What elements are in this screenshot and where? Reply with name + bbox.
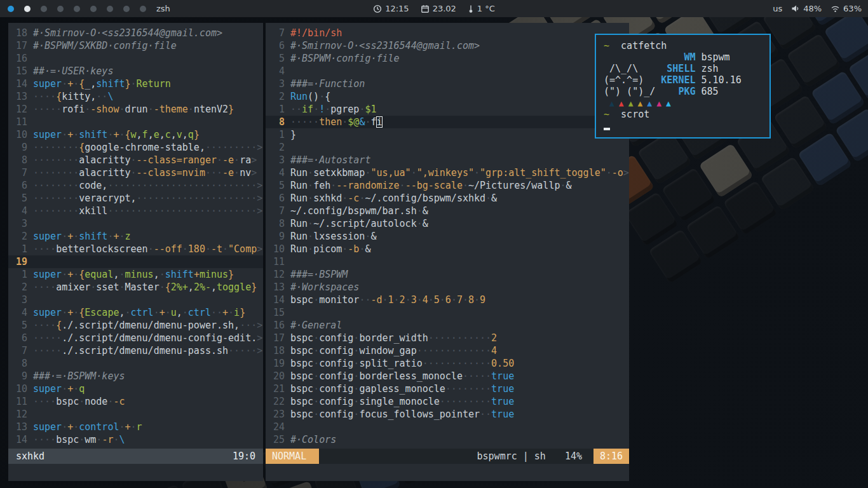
cat-ascii-art: /\_/\ (604, 63, 661, 74)
line-text: ········xkill··························> (33, 205, 262, 217)
editor-line: 23bspc·config·focus_follows_pointer··tru… (266, 408, 629, 421)
line-number: 7 (8, 166, 33, 179)
line-number: 1 (8, 243, 33, 255)
editor-line: 9###·=·BSPWM·keys (8, 370, 263, 383)
line-text: ····amixer·sset·Master·{2%+,2%-,toggle} (33, 281, 257, 294)
flag-triangle: ▲ (619, 98, 624, 108)
editor-line: 16#·General (266, 319, 629, 332)
line-number: 5 (8, 192, 33, 205)
editor-line: 11····bspc·node·-c (8, 395, 263, 408)
flag-triangle: ▲ (638, 98, 643, 108)
terminal-prompt-line: ~ catfetch (604, 40, 762, 51)
line-number: 14 (266, 294, 290, 306)
line-text: Run·lxsession·& (290, 230, 376, 243)
clock-icon (373, 4, 382, 13)
line-number: 11 (266, 255, 290, 268)
line-text: super·+·{Escape,·ctrl·+·u,·ctrl··+·i} (33, 306, 245, 319)
line-number: 9 (8, 370, 33, 383)
line-number: 3 (8, 217, 33, 230)
vim-mode-segment: NORMAL (266, 449, 319, 464)
right-editor-text-area[interactable]: 7#!/bin/sh6#·Smirnov-O·<ss2316544@gmail.… (266, 23, 629, 449)
line-number: 6 (266, 39, 290, 52)
line-number: 2 (8, 230, 33, 243)
flag-triangle: ▲ (628, 98, 634, 108)
line-number: 8 (8, 154, 33, 166)
workspace-dot-empty[interactable] (57, 6, 64, 12)
line-number: 13 (266, 281, 290, 294)
line-number: 10 (8, 128, 33, 141)
editor-line: 10super·+·q (8, 383, 263, 395)
workspace-dot-empty[interactable] (74, 6, 80, 12)
editor-line: 3###=·Function (266, 78, 629, 90)
line-number: 5 (266, 179, 290, 192)
line-text: super·+·{_,shift}·Return (33, 78, 171, 90)
workspace-dot-empty[interactable] (107, 6, 113, 12)
line-number: 4 (8, 205, 33, 217)
line-text: ###·=·BSPWM·keys (33, 370, 125, 383)
editor-line: 17#·BSPWM/SXKBD·config·file (8, 39, 263, 52)
workspace-dot-empty[interactable] (41, 6, 47, 12)
line-number: 8 (8, 357, 33, 370)
line-text: super·+·shift·+·{w,f,e,c,v,q} (33, 128, 200, 141)
volume-module: 48% (791, 4, 822, 13)
workspace-dot-occupied[interactable] (24, 6, 31, 12)
line-text: bspc·config·focus_follows_pointer··true (290, 408, 514, 421)
line-number: 6 (8, 332, 33, 344)
line-text: ###=·Autostart (290, 154, 370, 166)
line-text: #·General (290, 319, 342, 332)
line-text: super·+·shift·+·z (33, 230, 131, 243)
right-editor-window: 7#!/bin/sh6#·Smirnov-O·<ss2316544@gmail.… (266, 23, 629, 481)
editor-line: 2super·+·shift·+·z (8, 230, 263, 243)
line-text: ~/.config/bspwm/bar.sh·& (290, 205, 428, 217)
line-text: Run·sxhkd·-c·~/.config/bspwm/sxhkd·& (290, 192, 497, 205)
editor-line: 1····betterlockscreen·--off·180·-t·"Comp… (8, 243, 263, 255)
workspace-dot-empty[interactable] (123, 6, 130, 12)
line-number: 11 (8, 395, 33, 408)
workspace-dot-focused[interactable] (8, 6, 14, 12)
editor-line: 16 (8, 52, 263, 65)
editor-line: 5····{./.script/dmenu/dmenu-power.sh,···… (8, 319, 263, 332)
line-number: 10 (266, 243, 290, 255)
scroll-percent: 14% (565, 451, 582, 462)
workspace-dot-empty[interactable] (140, 6, 146, 12)
fetch-value: 5.10.16 (695, 74, 741, 86)
line-text: bspc·config·split_ratio············0.50 (290, 357, 514, 370)
left-command-line (8, 464, 263, 481)
line-number: 13 (8, 90, 33, 103)
workspace-dot-empty[interactable] (90, 6, 97, 12)
editor-line: 4super·+·{Escape,·ctrl·+·u,·ctrl··+·i} (8, 306, 263, 319)
editor-line: 14bspc·monitor··-d·1·2·3·4·5·6·7·8·9 (266, 294, 629, 306)
floating-terminal[interactable]: ~ catfetch WM bspwm /\_/\SHELL zsh(=^.^=… (595, 34, 771, 139)
editor-line: 2 (266, 141, 629, 154)
line-number: 17 (8, 39, 33, 52)
right-statusline-file-info: bspwmrc | sh (477, 451, 546, 462)
line-number: 17 (266, 332, 290, 344)
top-status-bar: zsh 12:15 23.02 1 °C us 48% 63% (0, 0, 868, 17)
line-text: ····{./.script/dmenu/dmenu-power.sh,···> (33, 319, 262, 332)
workspace-indicator (0, 6, 146, 12)
line-text: ········{google-chrome-stable,·········> (33, 141, 262, 154)
line-text: #·Smirnov-O·<ss2316544@gmail.com> (33, 27, 222, 39)
line-number: 9 (266, 230, 290, 243)
left-statusline: sxhkd 19:0 (8, 449, 263, 464)
line-number: 6 (266, 192, 290, 205)
left-statusline-position: 19:0 (233, 451, 255, 462)
editor-line: 10Run·picom·-b·& (266, 243, 629, 255)
line-text: ····{kitty,··\ (33, 90, 113, 103)
line-text: bspc·config·border_width···········2 (290, 332, 497, 344)
editor-line: 11 (266, 255, 629, 268)
editor-line: 20bspc·config·borderless_monocle·····tru… (266, 370, 629, 383)
flag-triangle: ▲ (666, 98, 671, 108)
editor-line: 11 (8, 116, 263, 128)
line-text: ###=·Function (290, 78, 365, 90)
left-editor-text-area[interactable]: 18#·Smirnov-O·<ss2316544@gmail.com>17#·B… (8, 23, 263, 449)
editor-line: 4 (266, 65, 629, 78)
line-number: 5 (266, 52, 290, 65)
editor-line: 12·····rofi·-show·drun·-theme·ntenV2} (8, 103, 263, 116)
terminal-cursor (604, 128, 610, 130)
terminal-prompt-line-2: ~ scrot (604, 109, 762, 120)
statusline-time-segment: 8:16 (593, 449, 629, 464)
line-text: ·····rofi·-show·drun·-theme·ntenV2} (33, 103, 234, 116)
editor-line: 14super·+·{_,shift}·Return (8, 78, 263, 90)
line-number: 8 (266, 217, 290, 230)
